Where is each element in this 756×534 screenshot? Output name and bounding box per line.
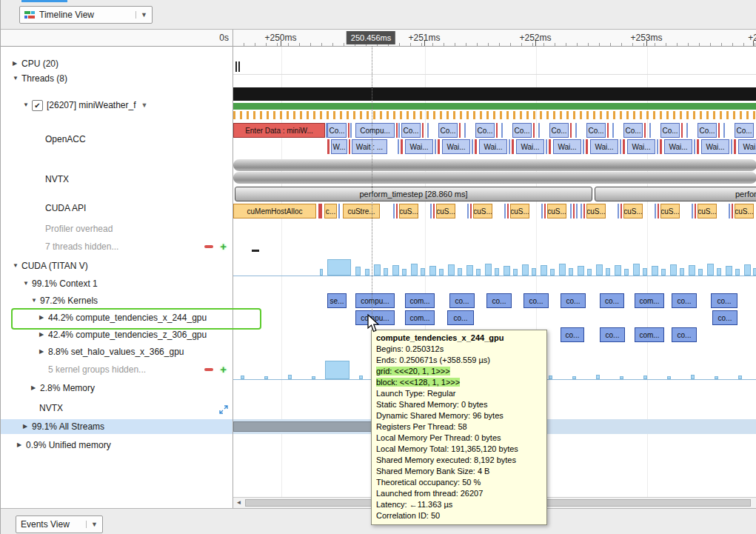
sidebar-row-memory[interactable]: ▶2.8% Memory xyxy=(1,381,233,396)
kernel-x-row-bar[interactable]: com... xyxy=(405,310,435,325)
sidebar-row-cuda-device[interactable]: ▼CUDA (TITAN V) xyxy=(1,258,233,273)
openacc-compute-bar[interactable]: Enter Data : miniW... xyxy=(233,123,325,138)
openacc-compute-bar[interactable]: Co... xyxy=(549,123,569,138)
expand-arrow-icon[interactable]: ▶ xyxy=(23,419,32,434)
kernels-summary-bar[interactable]: com... xyxy=(635,293,664,308)
openacc-wait-bar[interactable]: Wai... xyxy=(479,139,507,154)
nvtx-ranges-bar[interactable]: perform_timestep [2.073 ms] xyxy=(595,187,756,201)
sidebar-row-nvtx-ctx[interactable]: NVTX xyxy=(1,401,233,415)
kernel-z-row-bar[interactable]: co... xyxy=(600,327,625,342)
cuda-api-row-bar[interactable]: cuS... xyxy=(547,204,566,218)
openacc-compute-bar[interactable]: Co... xyxy=(512,123,532,138)
sidebar-row-unified[interactable]: ▶0.9% Unified memory xyxy=(1,438,233,453)
scroll-left-arrow-icon[interactable]: ◄ xyxy=(233,498,244,508)
hide-row-button[interactable] xyxy=(204,239,213,254)
nvtx-ranges-bar[interactable]: perform_timestep [28.860 ms] xyxy=(235,187,592,201)
sidebar-row-cuda-api[interactable]: CUDA API xyxy=(1,201,233,216)
cuda-api-row-bar[interactable]: cuS... xyxy=(586,204,606,218)
sidebar-row-kernels-hidden[interactable]: 5 kernel groups hidden...+ xyxy=(1,362,233,377)
kernels-summary-bar[interactable]: se... xyxy=(327,293,347,308)
sidebar-row-kernel-x[interactable]: ▶44.2% compute_tendencies_x_244_gpu xyxy=(1,310,233,325)
collapse-arrow-icon[interactable]: ▼ xyxy=(31,293,40,308)
openacc-wait-bar[interactable]: Wai... xyxy=(516,139,544,154)
openacc-wait-bar[interactable]: Wai... xyxy=(738,139,756,154)
sidebar-row-nvtx-thread[interactable]: NVTX xyxy=(1,172,233,187)
kernels-summary-bar[interactable]: co... xyxy=(486,293,512,308)
cuda-api-row-bar[interactable]: cuS... xyxy=(623,204,643,218)
openacc-compute-bar[interactable]: Co... xyxy=(698,123,717,138)
openacc-compute-bar[interactable]: Co... xyxy=(586,123,606,138)
openacc-wait-bar[interactable]: Wai... xyxy=(627,139,655,154)
kernels-summary-bar[interactable]: compu... xyxy=(355,293,395,308)
expand-arrow-icon[interactable]: ▶ xyxy=(39,327,48,342)
kernels-summary-bar[interactable]: co... xyxy=(449,293,475,308)
kernel-z-row-bar[interactable]: co... xyxy=(561,327,584,342)
show-row-button[interactable]: + xyxy=(220,362,227,377)
cuda-api-row-bar[interactable]: cuS... xyxy=(473,204,492,218)
events-view-dropdown[interactable]: Events View ▼ xyxy=(16,515,103,533)
kernel-z-row-bar[interactable]: co... xyxy=(672,327,697,342)
show-row-button[interactable]: + xyxy=(220,239,227,254)
kernels-summary-bar[interactable]: co... xyxy=(561,293,586,308)
openacc-compute-bar[interactable]: Co... xyxy=(475,123,495,138)
view-selector-dropdown[interactable]: Timeline View ▼ xyxy=(19,6,153,24)
expand-arrow-icon[interactable]: ▶ xyxy=(13,56,21,71)
expand-arrow-icon[interactable]: ▶ xyxy=(39,344,48,359)
openacc-compute-bar[interactable]: Co... xyxy=(327,123,347,138)
thread-checkbox[interactable]: ✔ xyxy=(32,100,43,111)
hide-row-button[interactable] xyxy=(204,362,213,377)
cuda-api-row-bar[interactable]: cuS... xyxy=(399,204,418,218)
cuda-api-row-bar[interactable]: cuS... xyxy=(510,204,529,218)
kernels-summary-bar[interactable]: co... xyxy=(600,293,624,308)
cuda-api-row-bar[interactable]: c... xyxy=(324,204,337,218)
cuda-api-row-bar[interactable]: cuS... xyxy=(436,204,455,218)
sidebar-row-kernel-halo[interactable]: ▶8.8% set_halo_values_x_366_gpu xyxy=(1,344,233,359)
expand-arrow-icon[interactable]: ▶ xyxy=(39,310,48,325)
collapse-arrow-icon[interactable]: ▼ xyxy=(13,258,21,273)
expand-arrow-icon[interactable]: ▶ xyxy=(17,438,26,453)
openacc-compute-bar[interactable]: Co... xyxy=(438,123,458,138)
openacc-compute-bar[interactable]: Co... xyxy=(401,123,421,138)
openacc-compute-bar[interactable]: Co... xyxy=(660,123,680,138)
openacc-compute-bar[interactable]: Co... xyxy=(623,123,643,138)
sidebar-row-threads[interactable]: ▼Threads (8) xyxy=(1,71,233,86)
sidebar-row-openacc[interactable]: OpenACC xyxy=(1,132,233,147)
openacc-wait-bar[interactable]: Wai... xyxy=(701,139,729,154)
openacc-compute-bar[interactable]: Compu... xyxy=(355,123,395,138)
openacc-wait-bar[interactable]: Wai... xyxy=(553,139,581,154)
openacc-wait-bar[interactable]: Wai... xyxy=(664,139,692,154)
openacc-wait-bar[interactable]: Wai... xyxy=(405,139,433,154)
sidebar-row-kernels[interactable]: ▼97.2% Kernels xyxy=(1,293,233,308)
panel-splitter[interactable] xyxy=(233,30,233,508)
cuda-api-row-bar[interactable]: cuStre... xyxy=(343,204,380,218)
openacc-wait-bar[interactable]: W... xyxy=(331,139,347,154)
openacc-wait-bar[interactable]: Wait : ... xyxy=(352,139,387,154)
collapse-arrow-icon[interactable]: ▼ xyxy=(23,98,32,113)
cuda-api-row-bar[interactable]: cuS... xyxy=(735,204,754,218)
kernels-summary-bar[interactable]: co... xyxy=(711,293,737,308)
openacc-compute-bar[interactable]: Co... xyxy=(735,123,754,138)
sidebar-row-threads-hidden[interactable]: 7 threads hidden...+ xyxy=(1,239,233,254)
expand-arrow-icon[interactable]: ▶ xyxy=(31,381,40,396)
kernel-x-row-bar[interactable]: co... xyxy=(712,310,737,325)
cuda-api-row-bar[interactable]: cuMemHostAlloc xyxy=(233,204,316,218)
time-marker-badge[interactable]: 250.456ms xyxy=(347,31,395,44)
openacc-wait-bar[interactable]: Wai... xyxy=(590,139,618,154)
row-dropdown-caret-icon[interactable]: ▼ xyxy=(141,98,148,113)
openacc-wait-bar[interactable]: Wai... xyxy=(442,139,470,154)
expand-row-icon[interactable] xyxy=(219,404,228,418)
kernels-summary-bar[interactable]: co... xyxy=(672,293,697,308)
sidebar-row-streams[interactable]: ▶99.1% All Streams xyxy=(1,419,233,434)
sidebar-row-profiler-overhead[interactable]: Profiler overhead xyxy=(1,221,233,236)
kernels-summary-bar[interactable]: co... xyxy=(523,293,549,308)
cuda-api-row-bar[interactable]: cuS... xyxy=(660,204,680,218)
sidebar-row-process[interactable]: ▼✔[26207] miniWeather_f▼ xyxy=(1,98,233,113)
kernels-summary-bar[interactable]: com... xyxy=(405,293,435,308)
sidebar-row-kernel-z[interactable]: ▶42.4% compute_tendencies_z_306_gpu xyxy=(1,327,233,342)
kernel-z-row-bar[interactable]: com... xyxy=(635,327,664,342)
sidebar-row-cpu[interactable]: ▶CPU (20) xyxy=(1,56,233,71)
kernel-x-row-bar[interactable]: co... xyxy=(447,310,474,325)
collapse-arrow-icon[interactable]: ▼ xyxy=(13,71,21,86)
collapse-arrow-icon[interactable]: ▼ xyxy=(23,276,32,291)
sidebar-row-context1[interactable]: ▼99.1% Context 1 xyxy=(1,276,233,291)
